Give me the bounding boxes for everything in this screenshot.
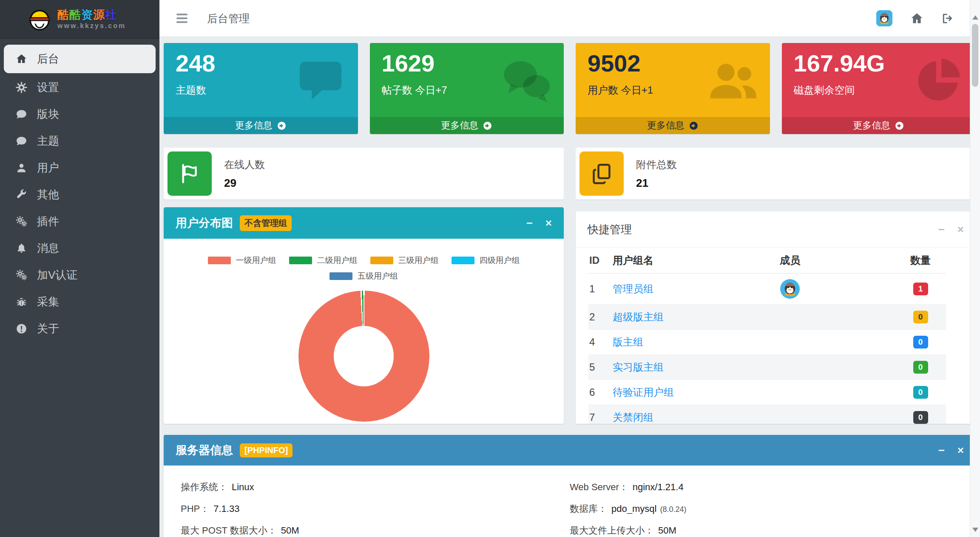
group-link[interactable]: 版主组: [613, 336, 643, 348]
info-boxes-row: 在线人数 29 附件总数 21: [164, 148, 976, 200]
arrow-circle-right-icon: [895, 121, 904, 131]
close-button[interactable]: ×: [957, 224, 964, 235]
table-row: 6 待验证用户组 0: [588, 380, 946, 405]
quick-manage-panel: 快捷管理 − × ID 用户组名 成员 数量: [576, 211, 976, 424]
table-row: 2 超级版主组 0: [588, 305, 946, 330]
brand-name-char: 源: [93, 9, 105, 21]
legend-item[interactable]: 四级用户组: [452, 255, 520, 266]
count-badge[interactable]: 1: [913, 283, 928, 296]
legend-item[interactable]: 二级用户组: [289, 255, 358, 266]
user-avatar[interactable]: [876, 10, 892, 26]
legend-label: 三级用户组: [398, 255, 439, 266]
sidebar-item[interactable]: 插件: [0, 208, 159, 235]
sidebar-item[interactable]: 消息: [0, 235, 159, 262]
brand-name-char: 社: [105, 9, 117, 21]
legend-item[interactable]: 三级用户组: [370, 255, 439, 266]
sidebar-item[interactable]: 设置: [0, 74, 159, 101]
table-row: 1 管理员组 1: [588, 274, 946, 305]
sidebar-item-icon: [16, 135, 27, 147]
group-id: 1: [588, 283, 613, 295]
member-avatar[interactable]: [780, 279, 800, 299]
panel-title: 服务器信息: [176, 443, 233, 458]
sidebar-item-label: 消息: [37, 241, 59, 256]
sidebar-item[interactable]: 后台: [4, 45, 156, 73]
sign-out-icon[interactable]: [941, 12, 954, 25]
phpinfo-badge[interactable]: [PHPINFO]: [240, 443, 293, 457]
panel-header: 快捷管理 − ×: [576, 211, 976, 248]
scrollbar[interactable]: [970, 0, 980, 537]
close-button[interactable]: ×: [957, 445, 964, 456]
more-info-label: 更多信息: [647, 119, 685, 132]
panel-badge: 不含管理组: [240, 215, 292, 231]
info-box: 在线人数 29: [164, 148, 564, 200]
info-box-label: 附件总数: [636, 158, 677, 171]
sidebar-item[interactable]: 其他: [0, 181, 159, 208]
server-info-left: 操作系统：Linux PHP：7.1.33 最大 POST 数据大小：50M: [181, 481, 570, 537]
stat-icon: [500, 54, 553, 107]
server-info-panel: 服务器信息 [PHPINFO] − × 操作系统：Linux: [164, 435, 976, 537]
sidebar-item[interactable]: 用户: [0, 154, 159, 181]
page-title: 后台管理: [207, 11, 250, 26]
content: 248 主题数 更多信息 1629 帖子数 今日+7: [159, 37, 980, 537]
group-link[interactable]: 管理员组: [613, 283, 653, 294]
sidebar-item-icon: [16, 323, 27, 334]
server-info-label: Web Server：: [570, 482, 628, 492]
scrollbar-thumb[interactable]: [972, 24, 978, 87]
panel-header: 用户分布图 不含管理组 − ×: [164, 207, 564, 239]
minimize-button[interactable]: −: [938, 224, 945, 235]
info-box-icon: [168, 151, 212, 196]
minimize-button[interactable]: −: [938, 445, 945, 456]
legend-item[interactable]: 一级用户组: [208, 255, 276, 266]
legend-label: 五级用户组: [358, 271, 398, 282]
sidebar-item-label: 插件: [37, 214, 59, 229]
server-info-value: 50M: [281, 525, 299, 536]
legend-swatch: [208, 257, 231, 264]
sidebar-menu: 后台 设置 版块 主题 用户: [0, 39, 159, 342]
menu-toggle-button[interactable]: [174, 11, 190, 26]
more-info-link[interactable]: 更多信息: [782, 117, 976, 134]
legend-swatch: [330, 272, 352, 280]
count-badge[interactable]: 0: [913, 336, 928, 349]
more-info-link[interactable]: 更多信息: [576, 117, 770, 134]
brand-logo-icon: [27, 7, 52, 31]
sidebar-item[interactable]: 主题: [0, 128, 159, 154]
count-badge[interactable]: 0: [913, 361, 928, 374]
count-badge[interactable]: 0: [913, 411, 928, 424]
sidebar-item-label: 后台: [37, 51, 59, 66]
group-link[interactable]: 待验证用户组: [613, 386, 674, 398]
group-link[interactable]: 超级版主组: [613, 311, 664, 323]
group-id: 2: [588, 311, 613, 323]
topbar: 后台管理: [159, 0, 980, 37]
count-badge[interactable]: 0: [913, 311, 928, 324]
home-icon[interactable]: [910, 12, 923, 25]
brand[interactable]: 酷酷资源社 www.kkzys.com: [0, 0, 159, 39]
minimize-button[interactable]: −: [526, 217, 533, 229]
scroll-up-arrow[interactable]: [972, 15, 978, 20]
sidebar-item-icon: [16, 296, 27, 308]
close-button[interactable]: ×: [545, 217, 552, 229]
server-info-value: pdo_mysql: [611, 503, 656, 514]
legend-item[interactable]: 五级用户组: [330, 271, 398, 282]
sidebar-item-icon: [16, 243, 27, 254]
table-row: 5 实习版主组 0: [588, 355, 946, 380]
group-link[interactable]: 实习版主组: [613, 361, 664, 373]
legend-label: 一级用户组: [236, 255, 276, 266]
info-box: 附件总数 21: [576, 148, 976, 200]
group-link[interactable]: 关禁闭组: [613, 411, 653, 423]
count-badge[interactable]: 0: [913, 386, 928, 399]
scroll-down-arrow[interactable]: [972, 528, 978, 532]
more-info-link[interactable]: 更多信息: [164, 117, 358, 134]
sidebar-item[interactable]: 关于: [0, 315, 159, 342]
sidebar-item-icon: [16, 109, 27, 120]
sidebar-item[interactable]: 采集: [0, 288, 159, 315]
group-table: ID 用户组名 成员 数量 1 管理员组: [576, 248, 976, 424]
legend-label: 四级用户组: [480, 255, 520, 266]
sidebar-item[interactable]: 版块: [0, 101, 159, 128]
more-info-link[interactable]: 更多信息: [370, 117, 564, 134]
col-count: 数量: [895, 254, 946, 267]
arrow-circle-right-icon: [277, 121, 287, 131]
sidebar-item[interactable]: 加V认证: [0, 262, 159, 288]
info-box-label: 在线人数: [224, 158, 265, 171]
sidebar-item-label: 采集: [37, 294, 59, 309]
panels-row: 用户分布图 不含管理组 − × 一: [164, 207, 976, 424]
